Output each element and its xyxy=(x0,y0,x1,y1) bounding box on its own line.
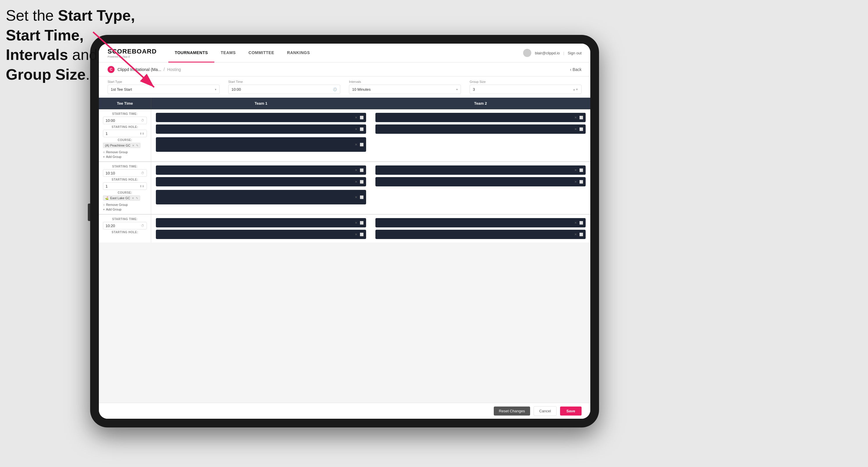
intervals-field: Intervals 10 Minutes ▾ xyxy=(349,80,461,94)
add-group-2[interactable]: + Add Group xyxy=(103,208,147,211)
course-name-1: (A) Peachtree GC xyxy=(105,144,130,147)
nav-bar: SCOREBOARD Powered by clipp.d TOURNAMENT… xyxy=(99,43,590,63)
team2-row2-1: ✕ ⬜ xyxy=(375,124,586,134)
close-icon-g2-2[interactable]: ✕ xyxy=(355,180,358,184)
close-icon-t2g2-2[interactable]: ✕ xyxy=(574,180,577,184)
close-icon-g3-2[interactable]: ✕ xyxy=(355,232,358,237)
edit-icon-2[interactable]: ⬜ xyxy=(360,127,364,131)
starting-time-input-3[interactable]: 10:20 ⏱ xyxy=(103,222,147,229)
edit-icon-3[interactable]: ⬜ xyxy=(360,143,364,147)
close-icon-2[interactable]: ✕ xyxy=(355,127,358,131)
main-content: Tee Time Team 1 Team 2 STARTING TIME: 10… xyxy=(99,98,590,403)
clock-icon-3: ⏱ xyxy=(141,224,144,227)
save-button[interactable]: Save xyxy=(560,406,582,415)
starting-hole-label-1: STARTING HOLE: xyxy=(103,125,147,128)
nav-tab-rankings[interactable]: RANKINGS xyxy=(281,43,316,63)
group-teams1-2: ✕ ⬜ ✕ ⬜ ✕ ⬜ xyxy=(151,162,371,214)
action-links-1: ○ Remove Group xyxy=(103,150,147,154)
starting-time-input-1[interactable]: 10:00 ⏱ xyxy=(103,117,147,124)
course-name-2: East Lake GC xyxy=(110,196,130,200)
group-size-select[interactable]: 3 ▲▼ xyxy=(470,85,582,94)
clock-icon: 🕙 xyxy=(333,88,337,91)
edit-icon[interactable]: ⬜ xyxy=(360,116,364,120)
edit-icon-g2-2[interactable]: ⬜ xyxy=(360,180,364,184)
start-time-field: Start Time 10:00 🕙 xyxy=(228,80,340,94)
nav-tab-tournaments[interactable]: TOURNAMENTS xyxy=(168,43,214,63)
intervals-select[interactable]: 10 Minutes ▾ xyxy=(349,85,461,94)
group-row-3: STARTING TIME: 10:20 ⏱ STARTING HOLE: ✕ … xyxy=(99,215,590,243)
add-group-1[interactable]: + Add Group xyxy=(103,155,147,158)
course-remove-2[interactable]: ✕ xyxy=(132,196,134,200)
clock-icon-1: ⏱ xyxy=(141,119,144,122)
course-label-1: COURSE: xyxy=(103,138,147,142)
settings-row: Start Type 1st Tee Start ▾ Start Time 10… xyxy=(99,76,590,98)
chevron-down-icon-2: ▾ xyxy=(456,88,458,91)
chevron-down-icon: ▾ xyxy=(215,88,216,91)
course-edit-1[interactable]: ✎ xyxy=(136,144,138,147)
starting-time-label-3: STARTING TIME: xyxy=(103,218,147,221)
remove-group-1[interactable]: ○ Remove Group xyxy=(103,150,128,154)
edit-icon-t2g3-2[interactable]: ⬜ xyxy=(579,232,583,237)
nav-tab-committee[interactable]: COMMITTEE xyxy=(242,43,281,63)
edit-icon-g3[interactable]: ⬜ xyxy=(360,221,364,225)
remove-group-2[interactable]: ○ Remove Group xyxy=(103,203,128,207)
user-avatar xyxy=(523,49,531,57)
close-icon-t2g2[interactable]: ✕ xyxy=(574,168,577,172)
close-icon[interactable]: ✕ xyxy=(355,116,358,120)
starting-time-input-2[interactable]: 10:10 ⏱ xyxy=(103,169,147,177)
group-left-3: STARTING TIME: 10:20 ⏱ STARTING HOLE: xyxy=(99,215,151,243)
team1-row1-3: ✕ ⬜ xyxy=(156,218,366,227)
close-icon-t2g3-2[interactable]: ✕ xyxy=(574,232,577,237)
edit-icon-g3-2[interactable]: ⬜ xyxy=(360,232,364,237)
back-button[interactable]: ‹ Back xyxy=(570,67,582,72)
group-teams1-1: ✕ ⬜ ✕ ⬜ ✕ ⬜ xyxy=(151,109,371,161)
starting-time-label-1: STARTING TIME: xyxy=(103,112,147,116)
starting-hole-label-3: STARTING HOLE: xyxy=(103,230,147,234)
course-label-2: COURSE: xyxy=(103,191,147,194)
stepper-hole-2: ⬆⬇ xyxy=(140,185,144,188)
start-type-select[interactable]: 1st Tee Start ▾ xyxy=(107,85,220,94)
nav-tab-teams[interactable]: TEAMS xyxy=(214,43,242,63)
close-icon-t2[interactable]: ✕ xyxy=(574,116,577,120)
tablet-frame: SCOREBOARD Powered by clipp.d TOURNAMENT… xyxy=(90,35,599,428)
close-icon-t2-2[interactable]: ✕ xyxy=(574,127,577,131)
edit-icon-g2-3[interactable]: ⬜ xyxy=(360,195,364,199)
group-row-2: STARTING TIME: 10:10 ⏱ STARTING HOLE: 1 … xyxy=(99,162,590,215)
team2-row1-3: ✕ ⬜ xyxy=(375,218,586,227)
edit-icon-t2[interactable]: ⬜ xyxy=(579,116,583,120)
start-time-select[interactable]: 10:00 🕙 xyxy=(228,85,340,94)
team2-empty-2 xyxy=(375,189,586,203)
starting-time-label-2: STARTING TIME: xyxy=(103,165,147,168)
nav-tabs: TOURNAMENTS TEAMS COMMITTEE RANKINGS xyxy=(168,43,523,63)
tablet-side-button xyxy=(88,204,90,221)
team2-row1-2: ✕ ⬜ xyxy=(375,165,586,175)
edit-icon-t2g3[interactable]: ⬜ xyxy=(579,221,583,225)
starting-hole-input-2[interactable]: 1 ⬆⬇ xyxy=(103,182,147,190)
edit-icon-t2-2[interactable]: ⬜ xyxy=(579,127,583,131)
team1-row2-2: ✕ ⬜ xyxy=(156,177,366,186)
course-edit-2[interactable]: ✎ xyxy=(136,196,138,200)
course-tag-1: (A) Peachtree GC ✕ ✎ xyxy=(103,143,141,148)
group-teams2-2: ✕ ⬜ ✕ ⬜ xyxy=(371,162,590,214)
close-icon-t2g3[interactable]: ✕ xyxy=(574,221,577,225)
course-remove-1[interactable]: ✕ xyxy=(132,144,134,147)
breadcrumb-separator: / xyxy=(163,67,164,72)
cancel-button[interactable]: Cancel xyxy=(534,406,556,416)
sign-out-link[interactable]: Sign out xyxy=(568,51,582,55)
close-icon-3[interactable]: ✕ xyxy=(355,143,358,147)
group-teams2-3: ✕ ⬜ ✕ ⬜ xyxy=(371,215,590,243)
edit-icon-g2[interactable]: ⬜ xyxy=(360,168,364,172)
close-icon-g2-3[interactable]: ✕ xyxy=(355,195,358,199)
th-team2: Team 2 xyxy=(371,98,590,109)
annotation-text: Set the Start Type, Start Time, Interval… xyxy=(6,6,135,84)
team1-row2-3: ✕ ⬜ xyxy=(156,230,366,239)
close-icon-g2[interactable]: ✕ xyxy=(355,168,358,172)
close-icon-g3[interactable]: ✕ xyxy=(355,221,358,225)
reset-changes-button[interactable]: Reset Changes xyxy=(494,406,530,415)
starting-hole-input-1[interactable]: 1 ⬆⬇ xyxy=(103,130,147,137)
intervals-label: Intervals xyxy=(349,80,461,84)
edit-icon-t2g2-2[interactable]: ⬜ xyxy=(579,180,583,184)
tablet-screen: SCOREBOARD Powered by clipp.d TOURNAMENT… xyxy=(99,43,590,419)
edit-icon-t2g2[interactable]: ⬜ xyxy=(579,168,583,172)
course-flag-icon: ⛳ xyxy=(105,196,108,200)
